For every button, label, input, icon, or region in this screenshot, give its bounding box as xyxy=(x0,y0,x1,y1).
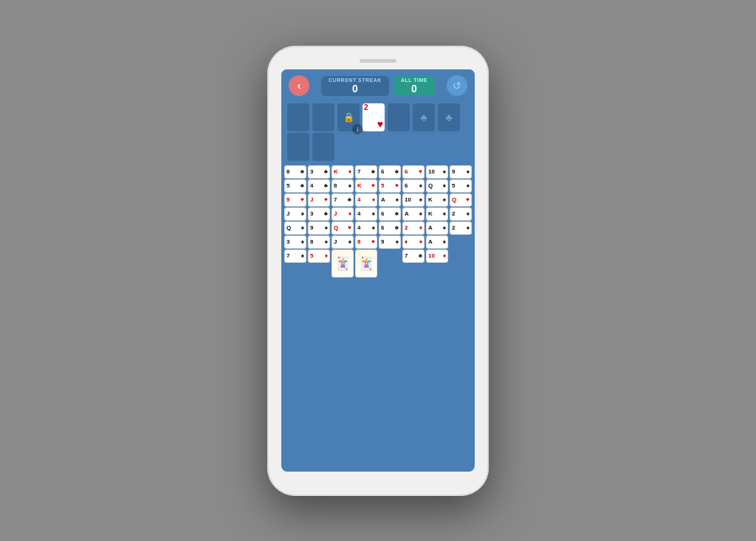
current-streak-label: CURRENT STREAK xyxy=(329,77,382,83)
column-8: 9♠ 5♠ Q♥ 2♠ 2♠ xyxy=(450,165,472,235)
card[interactable]: 8♥ xyxy=(355,235,377,249)
card[interactable]: 3♣ xyxy=(308,165,330,179)
foundation-3[interactable]: ♣ xyxy=(438,103,460,131)
card[interactable]: 9♠ xyxy=(450,165,472,179)
card[interactable]: 4♠ xyxy=(355,221,377,235)
freecell-card-2h: 2 ♥ xyxy=(362,103,385,131)
card-columns: 8♣ 5♣ 9♥ J♠ Q♠ 3♠ 7♠ 3♣ 4♣ J♥ 3♣ 9♠ 8♠ 5… xyxy=(284,165,472,278)
card[interactable]: K♠ xyxy=(426,193,448,207)
column-3: K♦ 8♠ 7♣ J♦ Q♥ J♠ 🃏 xyxy=(331,165,354,278)
column-5: 6♣ 5♥ A♠ 6♣ 6♣ 9♠ xyxy=(379,165,401,249)
card[interactable]: 9♥ xyxy=(284,193,306,207)
card[interactable]: 8♠ xyxy=(331,179,354,193)
all-time-value: 0 xyxy=(401,83,427,94)
game-screen: ‹ CURRENT STREAK 0 ALL TIME 0 ↺ xyxy=(281,69,475,472)
card[interactable]: 10♠ xyxy=(426,165,448,179)
freecell-1[interactable] xyxy=(287,103,309,131)
lock-info-icon: ℹ xyxy=(352,124,362,134)
phone-speaker xyxy=(360,59,396,63)
card[interactable]: 8♣ xyxy=(284,165,306,179)
foundation-2[interactable]: ♣ xyxy=(413,103,435,131)
column-2: 3♣ 4♣ J♥ 3♣ 9♠ 8♠ 5♦ xyxy=(308,165,330,263)
card[interactable]: 5♠ xyxy=(450,179,472,193)
back-button[interactable]: ‹ xyxy=(289,75,309,96)
column-4: 7♣ K♥ 4♦ 4♠ 4♠ 8♥ 🃏 xyxy=(355,165,377,278)
king-card-special-1[interactable]: 🃏 xyxy=(331,249,354,278)
card[interactable]: 8♠ xyxy=(308,235,330,249)
freecell-2[interactable] xyxy=(312,103,334,131)
freecell-4[interactable]: 2 ♥ xyxy=(362,103,385,131)
card[interactable]: 7♠ xyxy=(284,249,306,263)
card[interactable]: Q♠ xyxy=(284,221,306,235)
game-header: ‹ CURRENT STREAK 0 ALL TIME 0 ↺ xyxy=(281,69,475,100)
column-6: 6♥ 6♠ 10♠ A♠ 2♦ ♦♦ 7♣ xyxy=(402,165,425,263)
card[interactable]: 2♦ xyxy=(402,221,425,235)
card[interactable]: 7♣ xyxy=(402,249,425,263)
card[interactable]: 7♣ xyxy=(331,193,354,207)
card[interactable]: 4♣ xyxy=(308,179,330,193)
card[interactable]: 10♦ xyxy=(426,249,448,263)
card[interactable]: 6♣ xyxy=(379,221,401,235)
king-card-special-2[interactable]: 🃏 xyxy=(355,249,377,278)
card[interactable]: 2♠ xyxy=(450,207,472,221)
lock-icon: 🔒 xyxy=(343,112,354,123)
card[interactable]: 6♣ xyxy=(379,207,401,221)
card[interactable]: 4♠ xyxy=(355,207,377,221)
phone-shell: ‹ CURRENT STREAK 0 ALL TIME 0 ↺ xyxy=(267,46,489,496)
current-streak-box: CURRENT STREAK 0 xyxy=(321,76,389,96)
card[interactable]: J♠ xyxy=(284,207,306,221)
card[interactable]: Q♥ xyxy=(450,193,472,207)
card[interactable]: J♠ xyxy=(331,235,354,249)
card[interactable]: 5♥ xyxy=(379,179,401,193)
game-area: 8♣ 5♣ 9♥ J♠ Q♠ 3♠ 7♠ 3♣ 4♣ J♥ 3♣ 9♠ 8♠ 5… xyxy=(281,164,475,472)
card[interactable]: 10♠ xyxy=(402,193,425,207)
card[interactable]: A♠ xyxy=(402,207,425,221)
card[interactable]: Q♥ xyxy=(331,221,354,235)
spacer2 xyxy=(362,133,385,161)
column-7: 10♠ Q♠ K♠ K♠ A♠ A♠ 10♦ xyxy=(426,165,448,263)
card[interactable]: ♦♦ xyxy=(402,235,425,249)
all-time-box: ALL TIME 0 xyxy=(394,76,435,96)
column-1: 8♣ 5♣ 9♥ J♠ Q♠ 3♠ 7♠ xyxy=(284,165,306,263)
card[interactable]: 9♠ xyxy=(379,235,401,249)
card[interactable]: J♦ xyxy=(331,207,354,221)
card[interactable]: 6♠ xyxy=(402,179,425,193)
card[interactable]: 3♠ xyxy=(284,235,306,249)
slot-r2-2[interactable] xyxy=(312,133,334,161)
reset-button[interactable]: ↺ xyxy=(447,75,467,96)
spacer5 xyxy=(438,133,460,161)
foundation-3-suit: ♣ xyxy=(445,111,452,123)
freecell-3-locked[interactable]: 🔒 ℹ xyxy=(337,103,360,131)
card[interactable]: K♦ xyxy=(331,165,354,179)
card[interactable]: K♠ xyxy=(426,207,448,221)
spacer4 xyxy=(413,133,435,161)
spacer3 xyxy=(388,133,410,161)
reset-icon: ↺ xyxy=(453,80,461,92)
all-time-label: ALL TIME xyxy=(401,77,427,83)
back-icon: ‹ xyxy=(298,80,301,92)
scores-container: CURRENT STREAK 0 ALL TIME 0 xyxy=(321,76,435,96)
slot-r2-1[interactable] xyxy=(287,133,309,161)
foundation-1[interactable] xyxy=(388,103,410,131)
card[interactable]: A♠ xyxy=(426,235,448,249)
card[interactable]: A♠ xyxy=(426,221,448,235)
card[interactable]: 6♣ xyxy=(379,165,401,179)
card[interactable]: 9♠ xyxy=(308,221,330,235)
card[interactable]: 3♣ xyxy=(308,207,330,221)
card[interactable]: Q♠ xyxy=(426,179,448,193)
card[interactable]: 4♦ xyxy=(355,193,377,207)
card[interactable]: 5♣ xyxy=(284,179,306,193)
second-row xyxy=(281,133,475,164)
spacer xyxy=(337,133,360,161)
card[interactable]: 2♠ xyxy=(450,221,472,235)
foundation-2-suit: ♣ xyxy=(420,111,427,123)
card[interactable]: 7♣ xyxy=(355,165,377,179)
card[interactable]: J♥ xyxy=(308,193,330,207)
card[interactable]: 5♦ xyxy=(308,249,330,263)
card[interactable]: A♠ xyxy=(379,193,401,207)
card[interactable]: K♥ xyxy=(355,179,377,193)
card[interactable]: 6♥ xyxy=(402,165,425,179)
current-streak-value: 0 xyxy=(329,83,382,94)
top-area: 🔒 ℹ 2 ♥ ♣ ♣ xyxy=(281,100,475,134)
